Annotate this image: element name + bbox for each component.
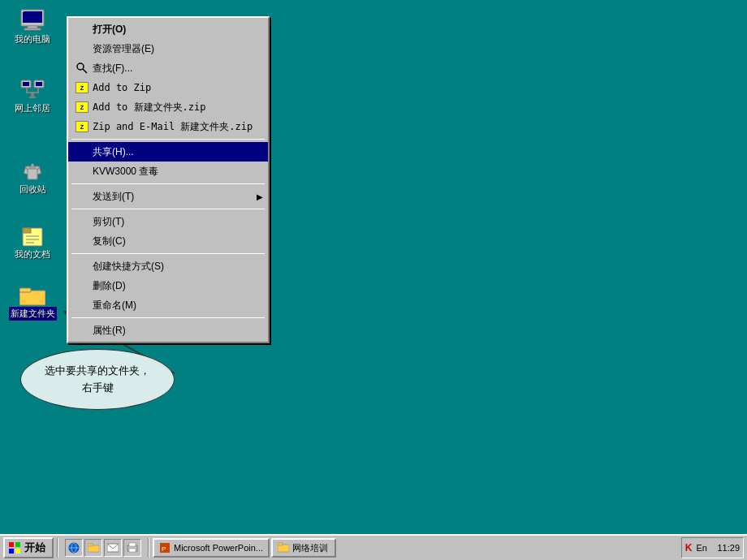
separator-2 bbox=[71, 183, 265, 184]
menu-properties[interactable]: 属性(R) bbox=[68, 321, 268, 340]
menu-zip-email[interactable]: Z Zip and E-Mail 新建文件夹.zip bbox=[68, 117, 268, 136]
menu-copy-icon bbox=[75, 234, 89, 248]
network-icon[interactable]: 网上邻居 bbox=[6, 77, 58, 114]
svg-rect-13 bbox=[29, 97, 36, 98]
svg-rect-11 bbox=[26, 92, 39, 93]
quick-browser[interactable] bbox=[65, 539, 83, 557]
tray-en-icon: En bbox=[697, 543, 707, 553]
svg-text:P: P bbox=[162, 545, 166, 553]
my-docs-icon[interactable]: 我的文档 bbox=[6, 223, 58, 260]
menu-explorer[interactable]: 资源管理器(E) bbox=[68, 39, 268, 58]
menu-cut[interactable]: 剪切(T) bbox=[68, 212, 268, 231]
quick-mail[interactable] bbox=[104, 539, 122, 557]
folder-label: 新建文件夹 bbox=[9, 307, 57, 321]
svg-rect-21 bbox=[23, 228, 31, 233]
svg-rect-31 bbox=[15, 542, 20, 547]
windows-logo bbox=[8, 541, 21, 554]
context-menu: 打开(O) 资源管理器(E) 查找(F)... Z Add to Zip Z A… bbox=[67, 16, 270, 343]
menu-delete-icon bbox=[75, 278, 89, 293]
svg-rect-8 bbox=[36, 82, 42, 86]
separator-3 bbox=[71, 209, 265, 209]
recycle-svg bbox=[19, 158, 45, 184]
svg-rect-26 bbox=[19, 288, 31, 292]
separator-4 bbox=[71, 253, 265, 254]
annotation-oval: 选中要共享的文件夹， 右手键 bbox=[20, 349, 175, 410]
svg-rect-17 bbox=[28, 168, 37, 179]
separator-5 bbox=[71, 317, 265, 318]
svg-rect-10 bbox=[37, 88, 39, 92]
svg-rect-41 bbox=[129, 543, 136, 546]
quick-print[interactable] bbox=[123, 539, 141, 557]
separator-1 bbox=[71, 139, 265, 140]
tray-time: 11:29 bbox=[711, 543, 740, 553]
svg-rect-45 bbox=[278, 545, 289, 552]
svg-rect-3 bbox=[24, 28, 41, 30]
sendto-arrow: ▶ bbox=[257, 192, 263, 201]
menu-delete[interactable]: 删除(D) bbox=[68, 276, 268, 295]
svg-rect-42 bbox=[129, 549, 136, 552]
taskbar-powerpoint[interactable]: P Microsoft PowerPoin... bbox=[153, 538, 270, 558]
quick-launch bbox=[62, 539, 145, 557]
menu-share[interactable]: 共享(H)... bbox=[68, 142, 268, 162]
docs-svg bbox=[19, 223, 45, 249]
menu-sendto-icon bbox=[75, 189, 89, 204]
svg-point-27 bbox=[77, 63, 84, 70]
menu-cut-icon bbox=[75, 214, 89, 229]
zip-icon-2: Z bbox=[75, 100, 89, 114]
menu-open-icon bbox=[75, 22, 89, 37]
svg-rect-46 bbox=[278, 543, 283, 545]
menu-rename-icon bbox=[75, 298, 89, 312]
menu-kvm[interactable]: KVW3000 查毒 bbox=[68, 162, 268, 181]
menu-sendto[interactable]: 发送到(T) ▶ bbox=[68, 187, 268, 206]
menu-properties-icon bbox=[75, 323, 89, 338]
svg-line-28 bbox=[83, 69, 87, 73]
menu-explorer-icon bbox=[75, 41, 89, 56]
taskbar-network-training[interactable]: 网络培训 bbox=[271, 538, 336, 558]
menu-add-to-zip[interactable]: Z Add to Zip bbox=[68, 78, 268, 97]
my-computer-icon[interactable]: 我的电脑 bbox=[6, 8, 58, 45]
menu-add-to-new-zip[interactable]: Z Add to 新建文件夹.zip bbox=[68, 97, 268, 117]
menu-create-shortcut[interactable]: 创建快捷方式(S) bbox=[68, 256, 268, 276]
menu-kvm-icon bbox=[75, 164, 89, 179]
menu-rename[interactable]: 重命名(M) bbox=[68, 295, 268, 315]
tray-k-icon: K bbox=[685, 542, 693, 554]
menu-share-icon bbox=[75, 144, 89, 159]
network-svg bbox=[19, 77, 45, 103]
computer-svg bbox=[19, 8, 45, 34]
menu-find-icon bbox=[75, 61, 89, 75]
new-folder-icon[interactable]: 新建文件夹 bbox=[3, 284, 62, 321]
taskbar-sep-2 bbox=[148, 538, 149, 558]
menu-shortcut-icon bbox=[75, 259, 89, 274]
menu-open[interactable]: 打开(O) bbox=[68, 19, 268, 39]
quick-folder[interactable] bbox=[84, 539, 102, 557]
svg-rect-9 bbox=[26, 88, 28, 92]
recycle-bin-icon[interactable]: 回收站 bbox=[6, 158, 58, 195]
start-button[interactable]: 开始 bbox=[3, 537, 54, 558]
taskbar-sep-1 bbox=[57, 538, 58, 558]
svg-rect-12 bbox=[31, 93, 34, 97]
desktop: 我的电脑 网上邻居 回收站 bbox=[0, 0, 747, 560]
svg-rect-4 bbox=[22, 11, 24, 12]
svg-rect-30 bbox=[9, 542, 14, 547]
zip-icon-3: Z bbox=[75, 119, 89, 134]
svg-rect-25 bbox=[19, 291, 45, 305]
svg-rect-38 bbox=[88, 544, 93, 546]
svg-rect-19 bbox=[30, 166, 35, 168]
zip-icon-1: Z bbox=[75, 80, 89, 95]
svg-rect-32 bbox=[9, 549, 14, 554]
svg-rect-6 bbox=[23, 82, 29, 86]
system-tray: K En 11:29 bbox=[681, 537, 744, 558]
folder-svg bbox=[19, 284, 45, 307]
taskbar: 开始 bbox=[0, 534, 747, 560]
svg-rect-33 bbox=[15, 549, 20, 554]
menu-find[interactable]: 查找(F)... bbox=[68, 58, 268, 78]
menu-copy[interactable]: 复制(C) bbox=[68, 231, 268, 251]
svg-rect-1 bbox=[23, 11, 42, 23]
